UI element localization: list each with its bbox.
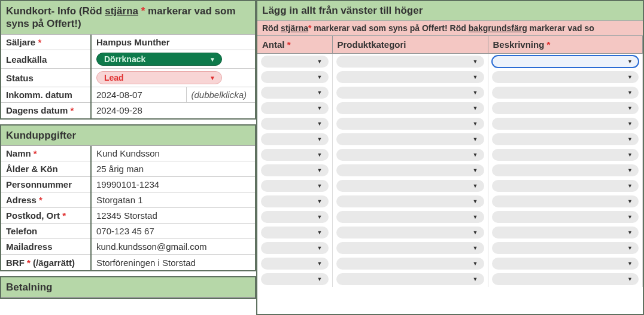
chevron-down-icon: ▼ [627,167,633,173]
chevron-down-icon: ▼ [317,74,323,80]
chevron-down-icon: ▼ [317,183,323,189]
dagens-value[interactable]: 2024-09-28 [91,103,255,118]
dropdown-value: Dörrknack [104,54,145,64]
kategori-dropdown[interactable]: ▼ [336,71,484,83]
chevron-down-icon: ▼ [473,59,478,65]
text: Säljare [6,37,38,47]
adress-value[interactable]: Storgatan 1 [91,192,255,208]
text: (/ägarrätt) [31,258,75,268]
chevron-down-icon: ▼ [317,59,323,65]
kategori-dropdown[interactable]: ▼ [336,102,484,114]
chevron-down-icon: ▼ [627,136,633,142]
beskrivning-dropdown[interactable]: ▼ [492,273,639,285]
mail-value[interactable]: kund.kundsson@gmail.com [91,239,255,255]
saljare-value[interactable]: Hampus Munther [91,35,255,50]
beskrivning-dropdown[interactable]: ▼ [492,102,639,114]
antal-dropdown[interactable]: ▼ [261,118,329,130]
antal-dropdown[interactable]: ▼ [261,242,329,254]
chevron-down-icon: ▼ [473,245,478,251]
star-icon: * [38,37,41,47]
kategori-dropdown[interactable]: ▼ [336,211,484,223]
antal-dropdown[interactable]: ▼ [261,180,329,192]
kategori-dropdown[interactable]: ▼ [336,195,484,207]
antal-dropdown[interactable]: ▼ [261,149,329,161]
antal-dropdown[interactable]: ▼ [261,102,329,114]
antal-dropdown[interactable]: ▼ [261,164,329,176]
status-dropdown[interactable]: Lead ▼ [96,71,222,84]
leadkalla-dropdown[interactable]: Dörrknack ▼ [96,53,222,66]
table-row: ▼▼▼ [257,256,643,271]
kategori-dropdown[interactable]: ▼ [336,164,484,176]
kunduppgifter-header: Kunduppgifter [1,126,255,146]
antal-dropdown[interactable]: ▼ [261,258,329,270]
alder-label: Ålder & Kön [1,161,91,177]
kategori-dropdown[interactable]: ▼ [336,87,484,99]
table-row: ▼▼▼ [257,131,643,147]
beskrivning-dropdown[interactable]: ▼ [492,227,639,238]
beskrivning-dropdown[interactable]: ▼ [492,242,639,254]
chevron-down-icon: ▼ [317,136,323,142]
chevron-down-icon: ▼ [317,230,323,236]
kategori-dropdown[interactable]: ▼ [336,273,484,285]
chevron-down-icon: ▼ [473,276,478,282]
text-underline: bakgrundsfärg [469,23,527,33]
star-icon: * [62,210,66,221]
kategori-dropdown[interactable]: ▼ [336,227,484,238]
inkomm-value[interactable]: 2024-08-07 [91,87,186,103]
pnr-value[interactable]: 19990101-1234 [91,177,255,192]
chevron-down-icon: ▼ [627,261,633,267]
kategori-dropdown[interactable]: ▼ [336,133,484,145]
beskrivning-dropdown[interactable]: ▼ [492,211,639,223]
kategori-dropdown[interactable]: ▼ [336,180,484,192]
chevron-down-icon: ▼ [473,198,478,204]
text: Adress [6,195,39,205]
kategori-dropdown[interactable]: ▼ [336,258,484,270]
text: Namn [6,148,34,158]
namn-value[interactable]: Kund Kundsson [91,146,255,161]
products-grid: Antal * Produktkategori Beskrivning * ▼▼… [257,36,643,287]
chevron-down-icon: ▼ [627,105,633,111]
antal-dropdown[interactable]: ▼ [261,195,329,207]
chevron-down-icon: ▼ [627,121,633,127]
beskrivning-dropdown[interactable]: ▼ [492,71,639,83]
beskrivning-dropdown[interactable]: ▼ [492,149,639,161]
text: Antal [262,39,287,50]
kategori-dropdown[interactable]: ▼ [336,242,484,254]
text: BRF [6,258,27,268]
chevron-down-icon: ▼ [627,74,633,80]
beskrivning-dropdown[interactable]: ▼ [492,56,639,68]
chevron-down-icon: ▼ [627,214,633,220]
chevron-down-icon: ▼ [627,152,633,158]
beskrivning-dropdown[interactable]: ▼ [492,258,639,270]
alder-value[interactable]: 25 årig man [91,161,255,177]
col-antal-header: Antal * [257,36,332,54]
antal-dropdown[interactable]: ▼ [261,227,329,238]
antal-dropdown[interactable]: ▼ [261,87,329,99]
beskrivning-dropdown[interactable]: ▼ [492,195,639,207]
inkomm-label: Inkomm. datum [1,87,91,103]
brf-value[interactable]: Storföreningen i Storstad [91,255,255,270]
kategori-dropdown[interactable]: ▼ [336,56,484,68]
beskrivning-dropdown[interactable]: ▼ [492,133,639,145]
chevron-down-icon: ▼ [473,90,478,96]
star-icon: * [547,39,551,50]
kategori-dropdown[interactable]: ▼ [336,149,484,161]
antal-dropdown[interactable]: ▼ [261,273,329,285]
beskrivning-dropdown[interactable]: ▼ [492,87,639,99]
postkod-value[interactable]: 12345 Storstad [91,208,255,224]
antal-dropdown[interactable]: ▼ [261,133,329,145]
kategori-dropdown[interactable]: ▼ [336,118,484,130]
beskrivning-dropdown[interactable]: ▼ [492,180,639,192]
text: Röd [262,23,281,33]
chevron-down-icon: ▼ [317,167,323,173]
antal-dropdown[interactable]: ▼ [261,71,329,83]
antal-dropdown[interactable]: ▼ [261,56,329,68]
chevron-down-icon: ▼ [317,152,323,158]
beskrivning-dropdown[interactable]: ▼ [492,118,639,130]
antal-dropdown[interactable]: ▼ [261,211,329,223]
telefon-value[interactable]: 070-123 45 67 [91,224,255,239]
beskrivning-dropdown[interactable]: ▼ [492,164,639,176]
table-row: ▼▼▼ [257,163,643,178]
brf-label: BRF * (/ägarrätt) [1,255,91,270]
products-header: Lägg in allt från vänster till höger [257,1,643,20]
